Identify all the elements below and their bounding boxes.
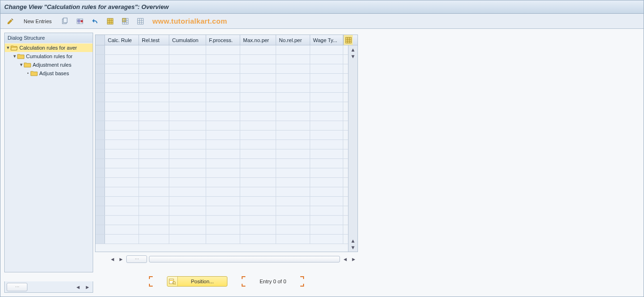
cell[interactable] [139, 93, 169, 102]
cell[interactable] [169, 206, 206, 215]
scroll-up-icon[interactable]: ▲ [350, 46, 357, 53]
cell[interactable] [240, 168, 276, 177]
cell[interactable] [105, 131, 139, 140]
column-header[interactable]: Wage Ty... [310, 35, 343, 45]
cell[interactable] [276, 45, 310, 54]
tree-node[interactable]: ▼Calculation rules for aver [5, 44, 93, 52]
tree-node[interactable]: •Adjust bases [5, 69, 93, 78]
sidebar-scroll-left[interactable]: ◄ [75, 284, 81, 290]
cell[interactable] [139, 197, 169, 206]
table-row[interactable] [96, 102, 348, 112]
table-row[interactable] [96, 55, 348, 64]
cell[interactable] [240, 93, 276, 102]
cell[interactable] [105, 64, 139, 73]
column-header[interactable]: F.process. [206, 35, 240, 45]
cell[interactable] [240, 225, 276, 234]
copy-button[interactable] [59, 16, 71, 26]
scroll-up-small-icon[interactable]: ▲ [350, 237, 357, 244]
row-selector[interactable] [96, 83, 105, 92]
grid-config-button[interactable] [343, 35, 353, 45]
table-row[interactable] [96, 168, 348, 178]
table-row[interactable] [96, 149, 348, 159]
row-selector[interactable] [96, 206, 105, 215]
cell[interactable] [276, 206, 310, 215]
cell[interactable] [206, 131, 240, 140]
cell[interactable] [206, 83, 240, 92]
cell[interactable] [105, 216, 139, 225]
cell[interactable] [276, 149, 310, 158]
cell[interactable] [206, 102, 240, 111]
hscroll-left[interactable]: ◄ [109, 256, 116, 262]
cell[interactable] [310, 64, 343, 73]
cell[interactable] [206, 197, 240, 206]
cell[interactable] [139, 216, 169, 225]
row-selector[interactable] [96, 112, 105, 121]
table-row[interactable] [96, 121, 348, 131]
cell[interactable] [206, 112, 240, 121]
cell[interactable] [139, 45, 169, 54]
cell[interactable] [276, 131, 310, 140]
cell[interactable] [276, 102, 310, 111]
cell[interactable] [169, 187, 206, 196]
cell[interactable] [105, 83, 139, 92]
cell[interactable] [105, 225, 139, 234]
row-selector[interactable] [96, 159, 105, 168]
table-row[interactable] [96, 64, 348, 74]
cell[interactable] [240, 64, 276, 73]
hscroll-right[interactable]: ► [350, 256, 357, 262]
cell[interactable] [310, 102, 343, 111]
cell[interactable] [169, 140, 206, 149]
cell[interactable] [206, 216, 240, 225]
tree-node[interactable]: ▼Adjustment rules [5, 61, 93, 69]
cell[interactable] [310, 216, 343, 225]
cell[interactable] [139, 64, 169, 73]
cell[interactable] [105, 74, 139, 83]
cell[interactable] [105, 140, 139, 149]
cell[interactable] [139, 178, 169, 187]
cell[interactable] [169, 216, 206, 225]
cell[interactable] [310, 55, 343, 64]
cell[interactable] [169, 121, 206, 130]
cell[interactable] [240, 206, 276, 215]
table-row[interactable] [96, 197, 348, 206]
cell[interactable] [169, 159, 206, 168]
table-row[interactable] [96, 74, 348, 83]
hscroll-right-step[interactable]: ► [118, 256, 124, 262]
table-row[interactable] [96, 178, 348, 187]
cell[interactable] [206, 64, 240, 73]
select-block-button[interactable] [119, 16, 131, 26]
cell[interactable] [105, 159, 139, 168]
cell[interactable] [169, 83, 206, 92]
cell[interactable] [206, 168, 240, 177]
row-selector[interactable] [96, 216, 105, 225]
cell[interactable] [139, 83, 169, 92]
row-selector-header[interactable] [96, 35, 105, 45]
cell[interactable] [276, 168, 310, 177]
column-header[interactable]: No.rel.per [276, 35, 310, 45]
cell[interactable] [206, 74, 240, 83]
table-row[interactable] [96, 235, 348, 244]
tree-node[interactable]: ▼Cumulation rules for [5, 52, 93, 61]
row-selector[interactable] [96, 225, 105, 234]
row-selector[interactable] [96, 45, 105, 54]
cell[interactable] [310, 225, 343, 234]
table-row[interactable] [96, 112, 348, 121]
table-row[interactable] [96, 225, 348, 235]
table-row[interactable] [96, 159, 348, 168]
cell[interactable] [206, 55, 240, 64]
cell[interactable] [105, 93, 139, 102]
cell[interactable] [206, 235, 240, 244]
cell[interactable] [276, 216, 310, 225]
cell[interactable] [310, 178, 343, 187]
cell[interactable] [240, 197, 276, 206]
cell[interactable] [276, 93, 310, 102]
cell[interactable] [139, 159, 169, 168]
cell[interactable] [139, 149, 169, 158]
cell[interactable] [310, 149, 343, 158]
cell[interactable] [240, 149, 276, 158]
cell[interactable] [240, 187, 276, 196]
cell[interactable] [240, 235, 276, 244]
table-row[interactable] [96, 216, 348, 225]
cell[interactable] [240, 140, 276, 149]
cell[interactable] [105, 121, 139, 130]
